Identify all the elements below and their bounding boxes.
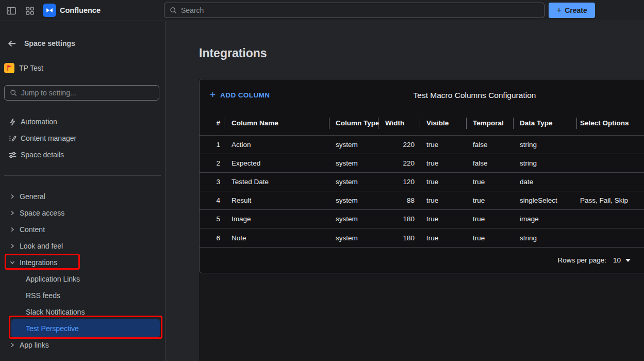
sidebar-item-content-manager[interactable]: Content manager (0, 130, 165, 146)
top-navigation-bar: Confluence + Create (0, 0, 644, 21)
table-row[interactable]: 5Imagesystem180truetrueimage (200, 210, 644, 228)
table-cell (577, 228, 644, 247)
table-cell: 5 (200, 210, 224, 228)
table-cell: true (467, 210, 514, 228)
table-cell: true (467, 173, 514, 191)
table-row[interactable]: 3Tested Datesystem120truetruedate (200, 173, 644, 191)
table-cell: true (467, 191, 514, 209)
table-cell (577, 136, 644, 154)
chevron-right-icon (9, 193, 15, 200)
space-settings-title: Space settings (24, 39, 75, 47)
jump-to-setting-input[interactable] (21, 89, 154, 97)
table-cell: 220 (378, 136, 420, 154)
table-row[interactable]: 2Expectedsystem220truefalsestring (200, 154, 644, 173)
sidebar-item-app-links[interactable]: App links (0, 337, 165, 353)
back-to-space-button[interactable]: Space settings (7, 35, 165, 52)
table-cell: string (514, 228, 577, 247)
confluence-logo-icon[interactable] (43, 4, 56, 17)
table-cell: true (420, 173, 467, 191)
chevron-down-icon (9, 259, 15, 266)
integrations-children: Application LinksRSS feedsSlack Notifica… (0, 271, 165, 337)
column-header-temporal[interactable]: Temporal (467, 111, 514, 135)
app-name: Confluence (60, 6, 101, 14)
caret-down-icon (625, 259, 631, 262)
table-cell: Expected (224, 154, 329, 172)
table-cell: 88 (378, 191, 420, 209)
table-cell: system (329, 173, 378, 191)
column-header-width[interactable]: Width (378, 111, 420, 135)
chevron-right-icon (9, 342, 15, 348)
content-manager-icon (7, 133, 18, 143)
create-button[interactable]: + Create (549, 3, 595, 18)
bolt-icon (7, 117, 18, 127)
search-icon (169, 6, 177, 14)
table-cell (577, 210, 644, 228)
table-cell: 3 (200, 173, 224, 191)
plus-icon: + (556, 6, 562, 14)
table-body: 1Actionsystem220truefalsestring2Expected… (200, 136, 644, 247)
table-cell: 120 (378, 173, 420, 191)
sidebar-item-rss-feeds[interactable]: RSS feeds (0, 287, 165, 304)
columns-config-table: + ADD COLUMN Test Macro Columns Configur… (199, 79, 644, 273)
sidebar-item-test-perspective[interactable]: Test Perspective (0, 320, 165, 337)
column-header-select-options[interactable]: Select Options (577, 111, 644, 135)
sidebar-item-space-details[interactable]: Space details (0, 146, 165, 163)
add-column-button[interactable]: + ADD COLUMN (210, 79, 270, 111)
sidebar-item-look-and-feel[interactable]: Look and feel (0, 238, 165, 254)
sidebar-item-space-access[interactable]: Space access (0, 205, 165, 221)
table-cell: 6 (200, 228, 224, 247)
sidebar-item-content[interactable]: Content (0, 221, 165, 238)
table-cell: system (329, 210, 378, 228)
space-avatar (4, 63, 14, 73)
table-row[interactable]: 6Notesystem180truetruestring (200, 228, 644, 247)
table-cell (577, 173, 644, 191)
table-cell: 180 (378, 228, 420, 247)
search-input[interactable] (181, 6, 539, 14)
sidebar-item-automation[interactable]: Automation (0, 113, 165, 130)
chevron-right-icon (9, 210, 15, 216)
column-header--[interactable]: # (200, 111, 224, 135)
space-settings-sidebar: Space settings TP Test (0, 21, 166, 361)
chevron-right-icon (9, 243, 15, 249)
app-switcher-icon[interactable] (25, 6, 35, 16)
sidebar-item-general[interactable]: General (0, 188, 165, 205)
table-cell: Result (224, 191, 329, 209)
sidebar-item-application-links[interactable]: Application Links (0, 271, 165, 287)
jump-to-setting-field[interactable] (4, 85, 159, 101)
space-header[interactable]: TP Test (4, 60, 165, 76)
table-cell: true (420, 136, 467, 154)
test-perspective-macro-area: + ADD COLUMN Test Macro Columns Configur… (199, 79, 644, 361)
sidebar-divider (4, 175, 161, 176)
table-cell: system (329, 154, 378, 172)
chevron-right-icon (9, 226, 15, 233)
table-cell: Note (224, 228, 329, 247)
table-cell: system (329, 191, 378, 209)
table-cell: 4 (200, 191, 224, 209)
table-cell: Image (224, 210, 329, 228)
column-header-visible[interactable]: Visible (420, 111, 467, 135)
sidebar-item-integrations[interactable]: Integrations (0, 254, 165, 271)
table-cell: string (514, 136, 577, 154)
rows-per-page-select[interactable]: 10 (613, 256, 631, 264)
table-row[interactable]: 4Resultsystem88truetruesingleSelectPass,… (200, 191, 644, 210)
table-header-row: #Column NameColumn TypeWidthVisibleTempo… (200, 111, 644, 136)
sidebar-item-slack-notifications[interactable]: Slack Notifications (0, 304, 165, 320)
table-row[interactable]: 1Actionsystem220truefalsestring (200, 136, 644, 154)
global-search[interactable] (164, 3, 544, 18)
column-header-data-type[interactable]: Data Type (514, 111, 577, 135)
sidebar-tools: Automation Content manager (0, 113, 165, 163)
column-header-column-name[interactable]: Column Name (224, 111, 329, 135)
table-cell: false (467, 154, 514, 172)
main-content: Integrations + ADD COLUMN Test Macro Col… (166, 21, 644, 361)
table-toolbar: + ADD COLUMN Test Macro Columns Configur… (200, 79, 644, 111)
column-header-column-type[interactable]: Column Type (329, 111, 378, 135)
table-cell: true (420, 191, 467, 209)
table-pagination: Rows per page: 10 (200, 247, 644, 273)
table-cell: true (420, 210, 467, 228)
plus-icon: + (210, 89, 216, 101)
sidebar-collapse-icon[interactable] (6, 6, 16, 16)
table-cell: singleSelect (514, 191, 577, 209)
table-cell: 180 (378, 210, 420, 228)
table-cell: true (467, 228, 514, 247)
rows-per-page-label: Rows per page: (557, 256, 606, 264)
